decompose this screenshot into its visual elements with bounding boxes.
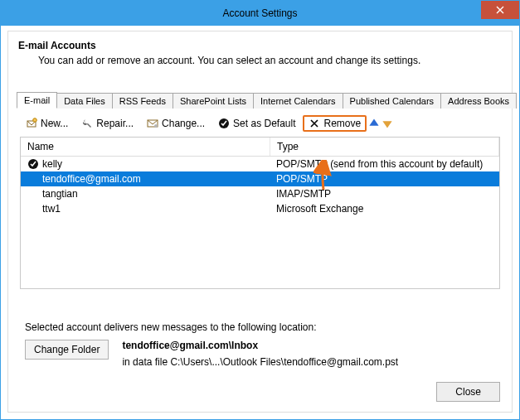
change-folder-button[interactable]: Change Folder xyxy=(25,340,109,360)
svg-marker-5 xyxy=(370,118,379,125)
tab-email[interactable]: E-mail xyxy=(17,92,57,109)
default-check-icon xyxy=(27,158,39,170)
titlebar: Account Settings xyxy=(1,1,519,26)
list-header: Name Type xyxy=(21,138,499,157)
tab-sharepoint-lists[interactable]: SharePoint Lists xyxy=(173,93,254,109)
section-title: E-mail Accounts xyxy=(18,40,502,51)
move-down-button[interactable] xyxy=(381,118,393,129)
window-title: Account Settings xyxy=(222,7,297,19)
tabs-container: E-mail Data Files RSS Feeds SharePoint L… xyxy=(17,89,503,289)
tab-published-calendars[interactable]: Published Calendars xyxy=(343,93,442,109)
account-type: POP/SMTP (send from this account by defa… xyxy=(270,157,499,171)
account-name: tendoffice@gmail.com xyxy=(42,173,141,185)
tab-data-files[interactable]: Data Files xyxy=(56,93,113,109)
account-type: IMAP/SMTP xyxy=(270,187,499,200)
set-default-label: Set as Default xyxy=(233,118,295,129)
tabstrip: E-mail Data Files RSS Feeds SharePoint L… xyxy=(17,89,503,109)
account-type: POP/SMTP xyxy=(270,172,499,186)
column-name[interactable]: Name xyxy=(21,138,270,156)
account-name: tangtian xyxy=(42,188,78,200)
table-row[interactable]: kelly POP/SMTP (send from this account b… xyxy=(21,157,499,171)
new-button[interactable]: New... xyxy=(20,115,74,132)
repair-button[interactable]: Repair... xyxy=(75,115,139,132)
section-desc: You can add or remove an account. You ca… xyxy=(38,55,502,66)
delivery-intro: Selected account delivers new messages t… xyxy=(25,321,495,333)
svg-point-3 xyxy=(154,124,158,128)
remove-icon xyxy=(309,118,320,129)
account-settings-window: Account Settings E-mail Accounts You can… xyxy=(0,0,520,420)
account-type: Microsoft Exchange xyxy=(270,202,499,215)
svg-marker-6 xyxy=(383,121,392,128)
delivery-section: Selected account delivers new messages t… xyxy=(25,321,495,368)
change-button[interactable]: Change... xyxy=(141,115,211,132)
close-button[interactable]: Close xyxy=(436,382,500,402)
move-up-button[interactable] xyxy=(368,118,380,129)
tab-internet-calendars[interactable]: Internet Calendars xyxy=(253,93,343,109)
table-row[interactable]: tangtian IMAP/SMTP xyxy=(21,186,499,201)
check-circle-icon xyxy=(218,118,230,129)
table-row[interactable]: tendoffice@gmail.com POP/SMTP xyxy=(21,171,499,186)
new-icon xyxy=(26,118,37,129)
remove-label: Remove xyxy=(323,118,361,129)
dialog-body: E-mail Accounts You can add or remove an… xyxy=(7,31,513,413)
repair-icon xyxy=(81,118,93,129)
accounts-list: Name Type kelly POP/SMTP (send from this… xyxy=(20,137,500,289)
delivery-file: in data file C:\Users\...\Outlook Files\… xyxy=(122,356,398,368)
remove-button[interactable]: Remove xyxy=(303,115,367,132)
window-close-button[interactable] xyxy=(481,1,519,19)
account-name: kelly xyxy=(42,158,62,170)
change-label: Change... xyxy=(162,118,205,129)
svg-point-1 xyxy=(33,118,37,123)
column-type[interactable]: Type xyxy=(270,138,499,156)
delivery-path: tendoffice@gmail.com\Inbox xyxy=(122,340,398,351)
new-label: New... xyxy=(41,118,68,129)
table-row[interactable]: ttw1 Microsoft Exchange xyxy=(21,201,499,216)
toolbar: New... Repair... Change... Set as Defaul… xyxy=(17,109,503,137)
close-icon xyxy=(496,6,504,14)
repair-label: Repair... xyxy=(96,118,134,129)
account-name: ttw1 xyxy=(42,203,61,215)
set-default-button[interactable]: Set as Default xyxy=(212,115,301,132)
change-icon xyxy=(147,118,158,129)
tab-address-books[interactable]: Address Books xyxy=(440,93,517,109)
tab-rss-feeds[interactable]: RSS Feeds xyxy=(112,93,173,109)
